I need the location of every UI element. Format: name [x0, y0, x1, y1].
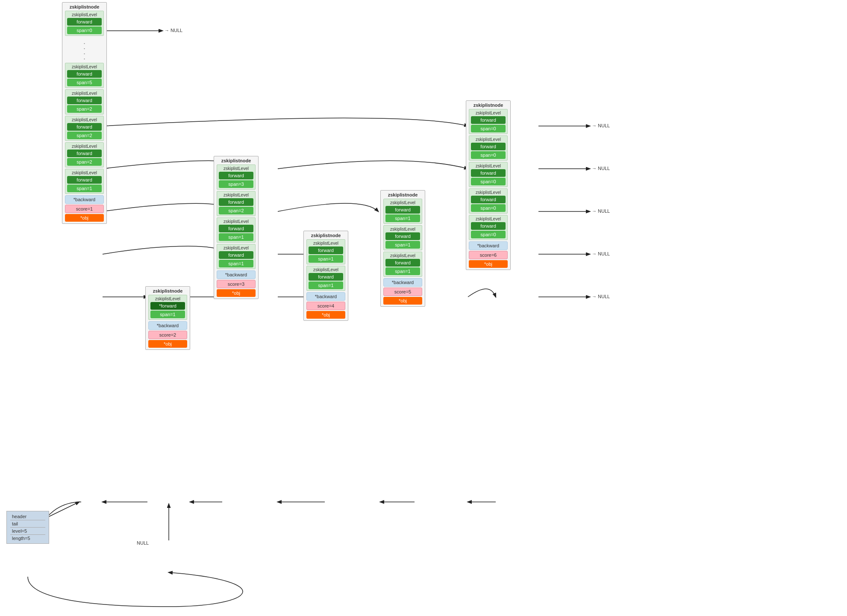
node5-level3: zskiplistLevel forward span=0 [469, 188, 508, 214]
node0-level1-span: span=5 [67, 79, 102, 86]
node0: zskiplistnode zskiplistLevel forward spa… [62, 2, 107, 224]
node0-level3-forward: forward [67, 123, 102, 131]
node5: zskiplistnode zskiplistLevel forward spa… [466, 100, 511, 270]
node1-level0-forward: *forward [150, 302, 185, 310]
diagram-container: → NULL → NULL → NULL → NULL → NULL → NUL… [0, 0, 847, 616]
node0-level0: zskiplistLevel forward span=0 [65, 11, 104, 36]
node3-obj: *obj [306, 311, 345, 319]
node0-level4-span: span=2 [67, 158, 102, 166]
null-label-2: → NULL [592, 166, 610, 171]
node5-level4-forward: forward [471, 222, 506, 230]
node1-title: zskiplistnode [148, 288, 187, 293]
node5-level1-span: span=0 [471, 151, 506, 159]
node5-level4: zskiplistLevel forward span=0 [469, 215, 508, 240]
node5-level2-forward: forward [471, 169, 506, 177]
node4-level1-forward: forward [385, 232, 420, 240]
node3-backward: *backward [306, 292, 345, 301]
node0-obj: *obj [65, 214, 104, 222]
header-row-length: length=5 [10, 535, 45, 542]
node5-level2-span: span=0 [471, 178, 506, 185]
node0-level0-span: span=0 [67, 26, 102, 34]
node0-dots: ···· [65, 37, 104, 63]
node0-level4: zskiplistLevel forward span=2 [65, 142, 104, 167]
node4-level2-span: span=1 [385, 267, 420, 275]
node3: zskiplistnode zskiplistLevel forward spa… [303, 231, 348, 321]
node4-level2: zskiplistLevel forward span=1 [383, 252, 422, 277]
arrows-svg [0, 0, 847, 616]
node4-level1-span: span=1 [385, 241, 420, 249]
node1-backward: *backward [148, 321, 187, 330]
null-label-1: → NULL [592, 123, 610, 128]
node3-level1-span: span=1 [309, 282, 343, 289]
node5-level0-span: span=0 [471, 125, 506, 132]
node5-level2: zskiplistLevel forward span=0 [469, 162, 508, 187]
node2-level1-forward: forward [219, 198, 253, 206]
node0-score: score=1 [65, 205, 104, 213]
node5-score: score=6 [469, 251, 508, 259]
node0-level5-span: span=1 [67, 185, 102, 192]
node0-level4-forward: forward [67, 150, 102, 157]
header-row-tail: tail [10, 520, 45, 528]
node0-level1: zskiplistLevel forward span=5 [65, 63, 104, 88]
node0-level2-span: span=2 [67, 105, 102, 113]
node3-title: zskiplistnode [306, 233, 345, 238]
node3-level1-forward: forward [309, 273, 343, 281]
node0-level0-forward: forward [67, 18, 102, 26]
svg-line-11 [48, 502, 79, 517]
node3-score: score=4 [306, 302, 345, 310]
node0-level5-forward: forward [67, 176, 102, 184]
node5-backward: *backward [469, 241, 508, 250]
node4-obj: *obj [383, 297, 422, 305]
node5-level3-span: span=0 [471, 204, 506, 212]
node2: zskiplistnode zskiplistLevel forward spa… [214, 156, 259, 299]
node1-level0-span: span=1 [150, 311, 185, 318]
node2-level3: zskiplistLevel forward span=1 [217, 244, 256, 269]
header-row-level: level=5 [10, 528, 45, 535]
node2-level1: zskiplistLevel forward span=2 [217, 191, 256, 216]
null-label-bottom: NULL [137, 540, 149, 546]
node5-level0-forward: forward [471, 116, 506, 124]
null-label-5: → NULL [592, 294, 610, 299]
node1-score: score=2 [148, 331, 187, 339]
node5-title: zskiplistnode [469, 103, 508, 108]
node4-title: zskiplistnode [383, 192, 422, 197]
header-box: header tail level=5 length=5 [6, 511, 49, 544]
null-label-0: → NULL [165, 28, 182, 33]
node0-backward: *backward [65, 195, 104, 204]
node4: zskiplistnode zskiplistLevel forward spa… [380, 190, 425, 307]
node0-level5: zskiplistLevel forward span=1 [65, 169, 104, 194]
node1: zskiplistnode zskiplistLevel *forward sp… [145, 286, 190, 350]
node5-level4-span: span=0 [471, 231, 506, 238]
node4-level0-forward: forward [385, 206, 420, 214]
node5-level3-forward: forward [471, 196, 506, 203]
node3-level1: zskiplistLevel forward span=1 [306, 266, 345, 291]
node4-score: score=5 [383, 287, 422, 296]
node2-obj: *obj [217, 289, 256, 297]
node2-level2-forward: forward [219, 225, 253, 232]
node0-level3-span: span=2 [67, 132, 102, 139]
node5-level0: zskiplistLevel forward span=0 [469, 109, 508, 134]
node2-score: score=3 [217, 280, 256, 288]
null-label-4: → NULL [592, 251, 610, 256]
node2-title: zskiplistnode [217, 158, 256, 163]
header-row-header: header [10, 513, 45, 520]
node0-level1-forward: forward [67, 70, 102, 78]
node2-level2: zskiplistLevel forward span=1 [217, 217, 256, 243]
node1-level0: zskiplistLevel *forward span=1 [148, 295, 187, 320]
node0-title: zskiplistnode [65, 4, 104, 9]
node0-level2-forward: forward [67, 97, 102, 104]
node5-obj: *obj [469, 260, 508, 268]
node2-level2-span: span=1 [219, 233, 253, 241]
node4-level2-forward: forward [385, 259, 420, 267]
node4-level1: zskiplistLevel forward span=1 [383, 225, 422, 250]
node3-level0-forward: forward [309, 246, 343, 254]
node2-level0-forward: forward [219, 172, 253, 179]
node3-level0: zskiplistLevel forward span=1 [306, 239, 345, 264]
node1-obj: *obj [148, 340, 187, 348]
node2-backward: *backward [217, 270, 256, 279]
node5-level1-forward: forward [471, 143, 506, 150]
node4-level0-span: span=1 [385, 214, 420, 222]
node2-level3-span: span=1 [219, 260, 253, 267]
null-label-3: → NULL [592, 208, 610, 214]
node2-level3-forward: forward [219, 251, 253, 259]
